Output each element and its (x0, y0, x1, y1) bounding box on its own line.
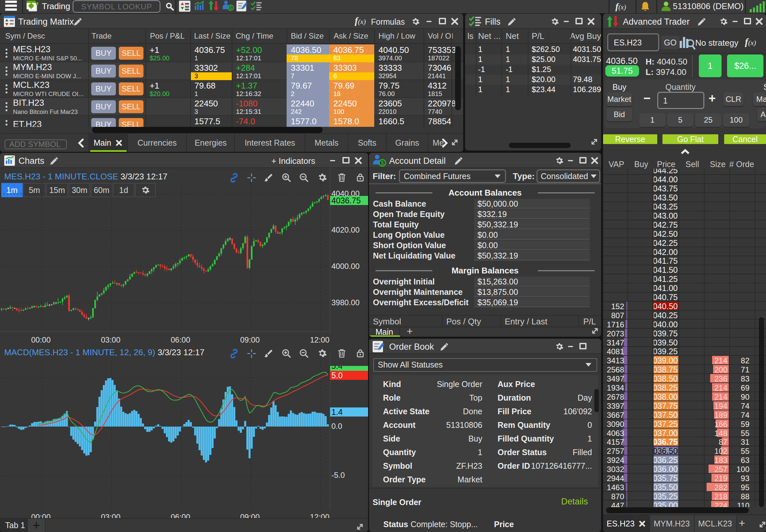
svg-text:$: $ (229, 6, 232, 10)
svg-text:$: $ (381, 160, 384, 166)
